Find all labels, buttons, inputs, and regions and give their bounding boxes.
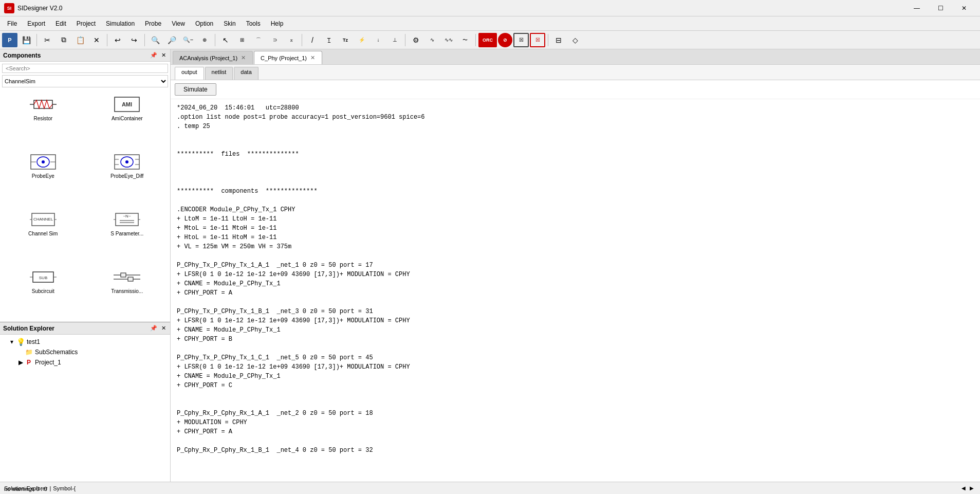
close-button[interactable]: ✕ [952,0,976,16]
tree-item-project1[interactable]: ▶ P Project_1 [2,357,168,368]
sub-tab-netlist[interactable]: netlist [205,67,233,80]
solution-pin-button[interactable]: 📌 [149,325,158,332]
menu-project[interactable]: Project [71,16,101,31]
tb-junction-button[interactable]: ⌅ [284,33,299,47]
tb-zoom-reset-button[interactable]: ⊕ [197,33,212,47]
simulate-button[interactable]: Simulate [175,83,216,96]
tb-gnd-button[interactable]: ⊥ [387,33,402,47]
tb-wave2-button[interactable]: ∿∿ [441,33,456,47]
tb-redo-button[interactable]: ↪ [126,33,142,47]
menu-view[interactable]: View [167,16,190,31]
tree-item-subschematics[interactable]: 📁 SubSchematics [2,347,168,357]
tb-wave3-button[interactable]: 〜 [457,33,473,47]
left-panels: Components 📌 ✕ ChannelSim Resistor Capac… [0,49,171,482]
menu-file[interactable]: File [2,16,22,31]
menu-help[interactable]: Help [266,16,289,31]
tab-acanalysis-close[interactable]: ✕ [241,54,246,61]
tree-expand-project1[interactable]: ▶ [19,359,25,366]
comp-item-sparam[interactable]: ~N~ S Parameter... [86,207,169,262]
tb-grid-button[interactable]: ⊞ [234,33,250,47]
comp-label-ami: AmiContainer [112,116,143,121]
menu-option[interactable]: Option [190,16,218,31]
tb-layers-button[interactable]: ⊟ [551,33,566,47]
sim-bar: Simulate [171,80,980,99]
panel-header-controls: 📌 ✕ [149,52,167,59]
tb-select-button[interactable]: ↖ [218,33,233,47]
tb-bus-button[interactable]: ⊃ [267,33,283,47]
tb-paste-button[interactable]: 📋 [72,33,88,47]
tb-zoom-in-button[interactable]: 🔎 [164,33,179,47]
tab-cphy-label: C_Phy (Project_1) [261,55,307,61]
tb-delete-button[interactable]: ✕ [89,33,104,47]
tb-undo-button[interactable]: ↩ [110,33,125,47]
comp-item-channelsim[interactable]: CHANNEL Channel Sim [2,207,84,262]
category-dropdown[interactable]: ChannelSim Resistor Capacitor [2,75,168,87]
search-input[interactable] [2,64,168,73]
status-sep: | [49,485,51,491]
tree-expand-sub [19,349,25,356]
tree-expand-test1[interactable]: ▾ [10,338,16,345]
tb-cut-button[interactable]: ✂ [40,33,55,47]
comp-item-resistor[interactable]: Resistor [2,92,84,147]
sub-tab-output[interactable]: output [175,67,204,80]
solution-close-button[interactable]: ✕ [160,325,167,332]
status-arrow-right[interactable]: ▶ [968,485,976,491]
tb-save-button[interactable]: 💾 [19,33,34,47]
components-panel-header: Components 📌 ✕ [0,49,170,62]
tb-box-x2-button[interactable]: ☒ [530,33,545,47]
tab-cphy-close[interactable]: ✕ [310,54,316,61]
menu-tools[interactable]: Tools [241,16,266,31]
menu-probe[interactable]: Probe [140,16,167,31]
probeeye-icon [28,152,59,172]
tab-acanalysis-label: ACAnalysis (Project_1) [179,55,237,61]
minimize-button[interactable]: — [905,0,929,16]
menu-simulation[interactable]: Simulation [101,16,140,31]
comp-item-subcircuit[interactable]: SUB Subcircuit [2,264,84,320]
tree-item-test1[interactable]: ▾ 💡 test1 [2,337,168,347]
tb-box-x-button[interactable]: ☒ [513,33,529,47]
comp-label-transmission: Transmissio... [111,288,143,294]
tb-port-button[interactable]: ↓ [371,33,386,47]
comp-item-probeeye-diff[interactable]: ProbeEye_Diff [86,149,169,205]
menu-skin[interactable]: Skin [218,16,241,31]
tb-probe-button[interactable]: ⚡ [354,33,369,47]
components-close-button[interactable]: ✕ [160,52,167,59]
tb-wire-button[interactable]: ⌒ [251,33,266,47]
tb-spice-button[interactable]: Tz [338,33,353,47]
tb-gear-button[interactable]: ⚙ [408,33,423,47]
sub-tabs: output netlist data [171,65,980,80]
comp-label-probeeye: ProbeEye [32,173,54,179]
svg-point-9 [42,160,45,163]
comp-label-sparam: S Parameter... [110,231,143,236]
tb-orc-button2[interactable]: ⊘ [498,33,512,47]
tb-sep-4 [215,34,215,46]
status-arrow-left[interactable]: ◀ [959,485,968,491]
sparam-icon: ~N~ [112,209,142,230]
comp-item-ami[interactable]: AMI AmiContainer [86,92,169,147]
tb-diamond-button[interactable]: ◇ [567,33,583,47]
netlist-content[interactable]: *2024_06_20 15:46:01 utc=28800 .option l… [171,99,980,482]
tb-pin-button[interactable]: P [2,33,17,47]
tree-area: ▾ 💡 test1 📁 SubSchematics ▶ P Project_1 [0,335,170,482]
tb-sep-7 [475,34,476,46]
comp-item-transmission[interactable]: Transmissio... [86,264,169,320]
components-title: Components [3,52,41,59]
components-pin-button[interactable]: 📌 [149,52,158,59]
tb-line-button[interactable]: / [305,33,320,47]
tb-text-button[interactable]: T̲ [321,33,337,47]
sub-tab-data[interactable]: data [234,67,258,80]
tb-zoom-out-btn[interactable]: 🔍− [180,33,196,47]
tree-label-subschematics: SubSchematics [35,349,78,356]
menu-export[interactable]: Export [22,16,50,31]
tb-zoom-fit-button[interactable]: 🔍 [147,33,163,47]
tb-wave1-button[interactable]: ∿ [424,33,440,47]
tabs-row: ACAnalysis (Project_1) ✕ C_Phy (Project_… [171,49,980,65]
tab-acanalysis[interactable]: ACAnalysis (Project_1) ✕ [173,51,253,64]
comp-item-probeeye[interactable]: ProbeEye [2,149,84,205]
svg-text:CHANNEL: CHANNEL [33,217,53,222]
tb-orc-red-button[interactable]: ORC [478,33,497,47]
menu-edit[interactable]: Edit [50,16,71,31]
maximize-button[interactable]: ☐ [929,0,952,16]
tab-cphy[interactable]: C_Phy (Project_1) ✕ [254,51,322,64]
tb-copy-button[interactable]: ⧉ [56,33,71,47]
